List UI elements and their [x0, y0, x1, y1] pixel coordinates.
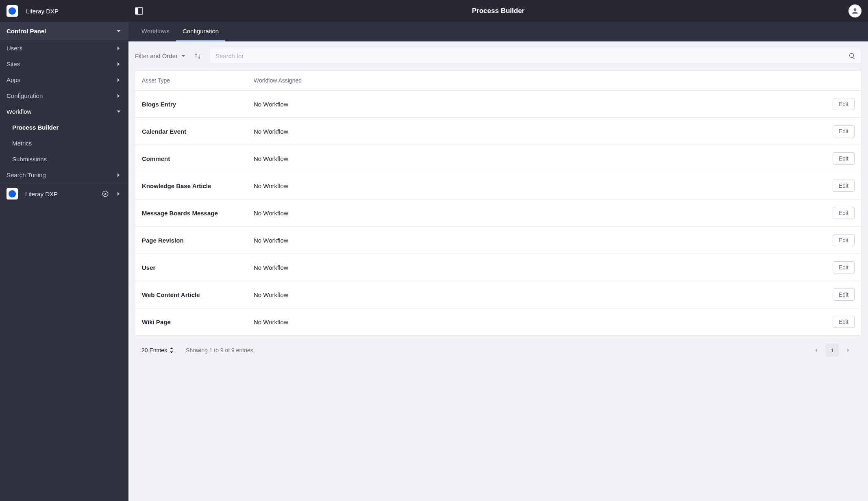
tab-workflows[interactable]: Workflows: [135, 22, 176, 41]
main: Process Builder WorkflowsConfiguration F…: [128, 0, 868, 501]
search-wrap: [209, 48, 861, 64]
chevron-right-icon: [115, 45, 122, 52]
footer-info: Showing 1 to 9 of 9 entries.: [186, 347, 809, 354]
column-header-asset-type[interactable]: Asset Type: [142, 77, 254, 84]
edit-button[interactable]: Edit: [833, 234, 855, 246]
cell-action: Edit: [833, 98, 855, 110]
caret-down-icon: [181, 54, 186, 59]
entries-per-page-select[interactable]: 20 Entries: [141, 347, 174, 354]
brand-logo: [7, 5, 18, 17]
cell-action: Edit: [833, 288, 855, 301]
sort-arrows-icon: [194, 52, 201, 60]
edit-button[interactable]: Edit: [833, 180, 855, 192]
cell-asset-type: Message Boards Message: [142, 210, 254, 217]
cell-action: Edit: [833, 261, 855, 273]
sidebar-toggle-icon[interactable]: [135, 7, 143, 15]
cell-action: Edit: [833, 207, 855, 219]
pager-next-button[interactable]: [842, 344, 855, 357]
table-row: UserNo WorkflowEdit: [135, 254, 861, 281]
cell-workflow-assigned: No Workflow: [254, 182, 833, 189]
cell-action: Edit: [833, 152, 855, 165]
sidebar-section-label: Control Panel: [7, 28, 46, 35]
sidebar-section-control-panel[interactable]: Control Panel: [0, 22, 128, 40]
cell-action: Edit: [833, 234, 855, 246]
pagination: 1: [809, 344, 855, 357]
sort-button[interactable]: [194, 52, 201, 60]
table-row: Knowledge Base ArticleNo WorkflowEdit: [135, 172, 861, 199]
chevron-right-icon: [115, 191, 122, 197]
cell-action: Edit: [833, 180, 855, 192]
edit-button[interactable]: Edit: [833, 125, 855, 137]
sidebar-item-search-tuning[interactable]: Search Tuning: [0, 167, 128, 183]
table-row: Message Boards MessageNo WorkflowEdit: [135, 199, 861, 226]
cell-asset-type: Knowledge Base Article: [142, 182, 254, 189]
sidebar-item-label: Workflow: [7, 108, 31, 115]
sidebar-item-label: Search Tuning: [7, 171, 46, 178]
filter-order-label: Filter and Order: [135, 52, 178, 59]
table-row: Calendar EventNo WorkflowEdit: [135, 117, 861, 145]
sidebar-item-label: Apps: [7, 76, 20, 83]
edit-button[interactable]: Edit: [833, 261, 855, 273]
sidebar-item-sites[interactable]: Sites: [0, 56, 128, 72]
table-row: Page RevisionNo WorkflowEdit: [135, 226, 861, 254]
brand-name: Liferay DXP: [26, 8, 59, 15]
sidebar-site-row[interactable]: Liferay DXP: [0, 183, 128, 204]
updown-icon: [170, 347, 174, 353]
edit-button[interactable]: Edit: [833, 288, 855, 301]
sidebar-header: Liferay DXP: [0, 0, 128, 22]
cell-workflow-assigned: No Workflow: [254, 237, 833, 244]
sidebar-subitem-submissions[interactable]: Submissions: [0, 151, 128, 167]
sidebar-item-label: Sites: [7, 61, 20, 67]
sidebar-subitem-metrics[interactable]: Metrics: [0, 135, 128, 151]
sidebar-item-workflow[interactable]: Workflow: [0, 104, 128, 119]
chevron-down-icon: [115, 108, 122, 115]
cell-workflow-assigned: No Workflow: [254, 128, 833, 135]
cell-action: Edit: [833, 316, 855, 328]
edit-button[interactable]: Edit: [833, 316, 855, 328]
sidebar-item-configuration[interactable]: Configuration: [0, 88, 128, 104]
tab-configuration[interactable]: Configuration: [176, 22, 225, 41]
edit-button[interactable]: Edit: [833, 207, 855, 219]
sidebar-item-users[interactable]: Users: [0, 40, 128, 56]
page-title: Process Builder: [472, 7, 524, 15]
table-row: CommentNo WorkflowEdit: [135, 145, 861, 172]
cell-asset-type: User: [142, 264, 254, 271]
pager-page-1[interactable]: 1: [826, 344, 839, 357]
cell-asset-type: Blogs Entry: [142, 101, 254, 108]
edit-button[interactable]: Edit: [833, 152, 855, 165]
sidebar-subitem-process-builder[interactable]: Process Builder: [0, 119, 128, 135]
svg-rect-1: [135, 8, 138, 14]
entries-label: 20 Entries: [141, 347, 167, 354]
search-input[interactable]: [209, 48, 861, 64]
chevron-down-icon: [115, 28, 122, 35]
table-row: Blogs EntryNo WorkflowEdit: [135, 90, 861, 117]
user-avatar[interactable]: [848, 4, 861, 17]
cell-workflow-assigned: No Workflow: [254, 210, 833, 217]
user-icon: [851, 7, 859, 15]
cell-asset-type: Comment: [142, 155, 254, 162]
chevron-right-icon: [115, 172, 122, 178]
table-row: Web Content ArticleNo WorkflowEdit: [135, 281, 861, 308]
chevron-right-icon: [115, 93, 122, 99]
table-header: Asset Type Workflow Assigned: [135, 71, 861, 90]
chevron-right-icon: [115, 61, 122, 67]
pager-prev-button[interactable]: [809, 344, 822, 357]
sidebar-item-label: Users: [7, 45, 22, 52]
edit-button[interactable]: Edit: [833, 98, 855, 110]
column-header-workflow-assigned[interactable]: Workflow Assigned: [254, 77, 855, 84]
site-name: Liferay DXP: [25, 191, 102, 197]
filter-order-button[interactable]: Filter and Order: [135, 52, 186, 59]
chevron-left-icon: [813, 347, 819, 353]
cell-workflow-assigned: No Workflow: [254, 291, 833, 298]
content: Asset Type Workflow Assigned Blogs Entry…: [128, 70, 868, 501]
cell-asset-type: Web Content Article: [142, 291, 254, 298]
cell-asset-type: Calendar Event: [142, 128, 254, 135]
sidebar-item-apps[interactable]: Apps: [0, 72, 128, 88]
sidebar: Liferay DXP Control Panel UsersSitesApps…: [0, 0, 128, 501]
table-footer: 20 Entries Showing 1 to 9 of 9 entries. …: [135, 336, 861, 365]
chevron-right-icon: [846, 347, 851, 353]
cell-asset-type: Wiki Page: [142, 319, 254, 325]
cell-workflow-assigned: No Workflow: [254, 155, 833, 162]
topbar: Process Builder: [128, 0, 868, 22]
cell-workflow-assigned: No Workflow: [254, 264, 833, 271]
